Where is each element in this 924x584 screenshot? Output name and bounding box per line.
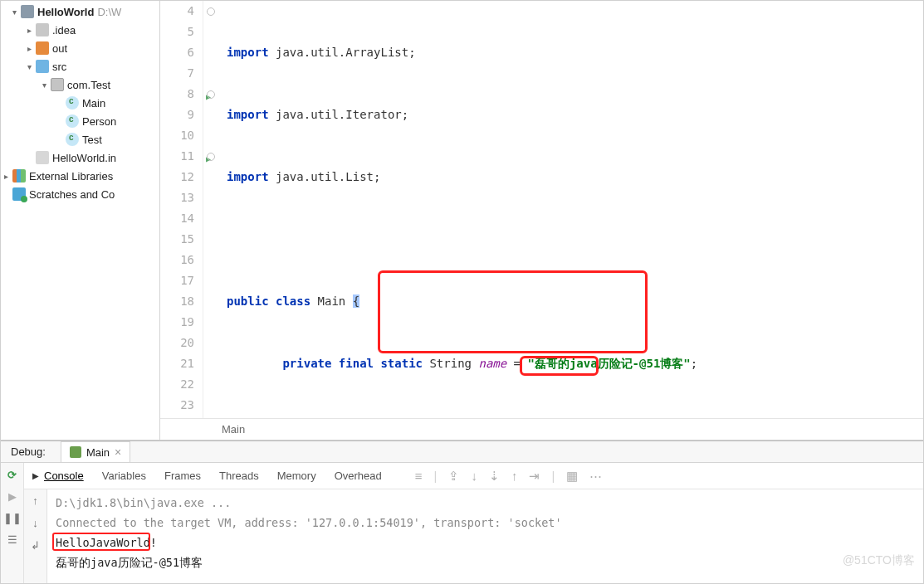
tree-out-folder[interactable]: ▸ out [1,39,159,57]
fold-icon[interactable] [207,90,215,99]
project-name: HelloWorld [37,6,94,18]
soft-wrap-icon[interactable]: ↲ [31,539,40,552]
tab-frames[interactable]: Frames [164,470,201,482]
line-number-gutter: 45678910 11121314151617 181920212223 [160,1,203,418]
console-line: 磊哥的java历险记-@51博客 [56,552,915,572]
debug-left-toolbar[interactable]: ⟳ ▶ ❚❚ ☰ [1,463,24,584]
code-editor[interactable]: 45678910 11121314151617 181920212223 ▶ ▶… [160,1,923,440]
layout-icon[interactable]: ☰ [6,533,19,546]
source-folder-icon [36,60,49,73]
chevron-down-icon[interactable]: ▾ [24,62,34,71]
show-exec-point-icon[interactable]: ≡ [415,469,423,483]
project-path: D:\W [97,6,121,18]
chevron-right-icon[interactable]: ▸ [1,172,11,181]
chevron-right-icon[interactable]: ▸ [24,44,34,53]
class-icon [66,133,79,146]
folder-label: out [52,42,67,55]
console-line: HelloJavaWorld! [56,533,915,552]
project-folder-icon [21,5,34,18]
play-icon: ▶ [32,471,39,480]
up-icon[interactable]: ↑ [32,494,38,507]
folder-icon [36,41,49,55]
tree-class-test[interactable]: · Test [1,130,159,148]
tree-package[interactable]: ▾ com.Test [1,75,159,94]
class-label: Main [82,97,105,110]
highlight-box-loop [378,270,648,353]
chevron-right-icon[interactable]: ▸ [24,26,34,35]
resume-icon[interactable]: ▶ [6,489,19,503]
step-over-icon[interactable]: ⇪ [448,469,459,484]
tree-class-main[interactable]: · Main [1,94,159,112]
console-line: D:\jdk1.8\bin\java.exe ... [56,493,915,513]
breadcrumb-item[interactable]: Main [222,423,245,436]
tree-class-person[interactable]: · Person [1,112,159,130]
console-line: Connected to the target VM, address: '12… [56,513,915,533]
folder-label: .idea [52,24,76,36]
console-output[interactable]: D:\jdk1.8\bin\java.exe ... Connected to … [47,489,923,584]
scratches-label: Scratches and Co [29,188,115,201]
run-config-icon [70,446,81,458]
run-to-cursor-icon[interactable]: ⇥ [529,469,540,484]
tree-idea-folder[interactable]: ▸ .idea [1,21,159,39]
code-content[interactable]: import java.util.ArrayList; import java.… [220,1,923,418]
folder-label: src [52,61,66,73]
force-step-into-icon[interactable]: ⇣ [489,469,500,484]
class-icon [66,114,79,128]
debug-tabs[interactable]: ▶ Console Variables Frames Threads Memor… [24,463,923,489]
class-label: Test [82,134,102,146]
editor-breadcrumb[interactable]: Main [160,418,923,440]
tab-threads[interactable]: Threads [219,470,259,482]
rerun-icon[interactable]: ⟳ [6,468,19,481]
fold-icon[interactable] [207,153,215,161]
class-icon [66,96,79,110]
run-tab-label: Main [86,446,110,459]
project-tree[interactable]: ▾ HelloWorld D:\W ▸ .idea ▸ out ▾ src ▾ … [1,1,160,440]
class-label: Person [82,115,116,128]
chevron-down-icon[interactable]: ▾ [39,80,49,90]
module-file-icon [36,151,49,164]
scratches-icon [12,187,26,201]
tab-variables[interactable]: Variables [102,470,146,482]
tree-scratches[interactable]: Scratches and Co [1,185,159,203]
pause-icon[interactable]: ❚❚ [6,511,19,524]
tab-memory[interactable]: Memory [277,470,316,482]
console-left-toolbar[interactable]: ↑ ↓ ↲ [24,489,47,584]
debug-run-tab[interactable]: Main × [61,441,130,462]
step-out-icon[interactable]: ↑ [511,469,518,483]
tree-iml-file[interactable]: · HelloWorld.in [1,148,159,167]
package-label: com.Test [67,79,110,91]
tab-overhead[interactable]: Overhead [335,470,382,482]
down-icon[interactable]: ↓ [32,517,38,529]
tree-external-libraries[interactable]: ▸ External Libraries [1,167,159,185]
chevron-down-icon[interactable]: ▾ [9,7,19,17]
folder-icon [36,23,49,36]
step-into-icon[interactable]: ↓ [471,469,477,483]
debug-tool-window[interactable]: Debug: Main × ⟳ ▶ ❚❚ ☰ ▶ Console Variabl… [1,440,923,584]
gutter-icons[interactable]: ▶ ▶ [203,1,220,418]
evaluate-icon[interactable]: ▦ [566,469,578,484]
tab-console[interactable]: ▶ Console [32,470,84,482]
more-icon[interactable]: ⋯ [589,469,602,484]
tree-project-root[interactable]: ▾ HelloWorld D:\W [1,2,159,21]
debug-step-icons[interactable]: ≡ | ⇪ ↓ ⇣ ↑ ⇥ | ▦ ⋯ [415,469,603,484]
libraries-icon [12,169,26,182]
debug-label: Debug: [1,445,56,458]
file-label: HelloWorld.in [52,152,116,164]
libraries-label: External Libraries [29,170,113,182]
tree-src-folder[interactable]: ▾ src [1,57,159,75]
fold-icon[interactable] [207,7,215,16]
close-icon[interactable]: × [115,445,121,459]
package-icon [51,78,64,91]
